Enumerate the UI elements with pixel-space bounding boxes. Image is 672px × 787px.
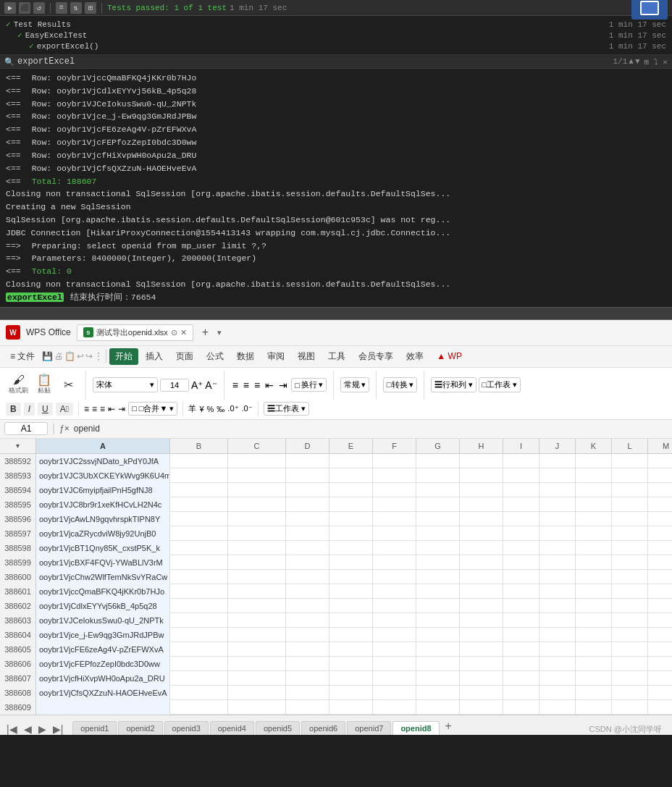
cell-m[interactable] — [648, 454, 672, 468]
cell-l[interactable] — [612, 497, 648, 512]
cell-e[interactable] — [329, 526, 373, 541]
cell-i[interactable] — [503, 700, 539, 715]
cell-e[interactable] — [329, 483, 373, 497]
worksheet-btn[interactable]: □工作表 ▾ — [479, 377, 521, 392]
sheet-nav-last[interactable]: ▶| — [51, 723, 66, 735]
cell-j[interactable] — [539, 657, 576, 671]
sheet-tab-openid2[interactable]: openid2 — [118, 721, 162, 735]
cell-k[interactable] — [576, 628, 612, 642]
table-row[interactable]: 388602ooybr1VjCdlxEYYvj56kB_4p5q28 — [0, 599, 672, 613]
cell-j[interactable] — [539, 483, 576, 497]
table-row[interactable]: 388600ooybr1VjcChw2WlfTemNkSvYRaCw — [0, 570, 672, 584]
cell-i[interactable] — [503, 599, 539, 613]
col-header-a[interactable]: A — [36, 439, 170, 453]
cell-e[interactable] — [329, 555, 373, 570]
cell-d[interactable] — [286, 584, 329, 599]
number-format-dropdown[interactable]: ▾ — [361, 380, 366, 390]
cell-f[interactable] — [373, 642, 416, 657]
tab-member[interactable]: 会员专享 — [353, 348, 399, 365]
cell-l[interactable] — [612, 700, 648, 715]
cell-e[interactable] — [329, 599, 373, 613]
col-header-m[interactable]: M — [648, 439, 672, 453]
cell-f[interactable] — [373, 512, 416, 526]
work-table-btn[interactable]: ☰工作表 ▾ — [264, 402, 309, 416]
indent-left-btn[interactable]: ⇤ — [264, 378, 275, 392]
cell-f[interactable] — [373, 497, 416, 512]
col-header-k[interactable]: K — [576, 439, 612, 453]
more-icon[interactable]: ⋮ — [94, 351, 103, 361]
indent-dec-btn[interactable]: ⇤ — [108, 404, 115, 414]
cell-m[interactable] — [648, 468, 672, 483]
format-brush-btn[interactable]: 🖌 格式刷 — [6, 373, 31, 397]
table-row[interactable]: 388601ooybr1VjccQmaBFKQ4jKKr0b7HJo — [0, 584, 672, 599]
cell-h[interactable] — [460, 700, 503, 715]
cell-d[interactable] — [286, 483, 329, 497]
cell-l[interactable] — [612, 570, 648, 584]
cell-g[interactable] — [416, 497, 460, 512]
percent-btn[interactable]: 羊 — [188, 403, 196, 414]
cell-g[interactable] — [416, 541, 460, 555]
cell-i[interactable] — [503, 671, 539, 686]
cell-c[interactable] — [228, 613, 286, 628]
cell-k[interactable] — [576, 512, 612, 526]
cell-g[interactable] — [416, 599, 460, 613]
table-row[interactable]: 388595ooybr1VJC8br9r1xeKfHCvLH2N4c — [0, 497, 672, 512]
indent-inc-btn[interactable]: ⇥ — [118, 404, 125, 414]
thousand-btn[interactable]: ‰ — [217, 405, 224, 413]
cell-i[interactable] — [503, 483, 539, 497]
cell-l[interactable] — [612, 454, 648, 468]
cell-b[interactable] — [170, 671, 228, 686]
cell-c[interactable] — [228, 700, 286, 715]
italic-btn[interactable]: I — [24, 403, 35, 416]
cell-e[interactable] — [329, 686, 373, 700]
cell-i[interactable] — [503, 541, 539, 555]
cell-l[interactable] — [612, 526, 648, 541]
cell-k[interactable] — [576, 671, 612, 686]
cell-h[interactable] — [460, 454, 503, 468]
cell-e[interactable] — [329, 642, 373, 657]
col-header-b[interactable]: B — [170, 439, 228, 453]
cell-g[interactable] — [416, 671, 460, 686]
cell-i[interactable] — [503, 584, 539, 599]
cell-b[interactable] — [170, 497, 228, 512]
cell-b[interactable] — [170, 686, 228, 700]
currency-btn[interactable]: ¥ — [199, 405, 203, 413]
cell-e[interactable] — [329, 671, 373, 686]
cell-c[interactable] — [228, 541, 286, 555]
font-size-input[interactable]: 14 — [160, 379, 189, 392]
cell-h[interactable] — [460, 613, 503, 628]
cell-k[interactable] — [576, 657, 612, 671]
sheet-tab-openid8[interactable]: openid8 — [392, 721, 439, 735]
redo-icon[interactable]: ↪ — [85, 351, 93, 361]
cell-l[interactable] — [612, 671, 648, 686]
cell-a[interactable]: ooybr1VJC2ssvjNDato_kPdY0JfA — [36, 454, 170, 468]
sheet-tab-openid4[interactable]: openid4 — [210, 721, 254, 735]
transform-btn[interactable]: □转换 ▾ — [383, 377, 417, 392]
new-tab-button[interactable]: + — [199, 326, 211, 339]
menu-hamburger[interactable]: ≡ 文件 — [4, 348, 41, 365]
cell-l[interactable] — [612, 512, 648, 526]
cell-j[interactable] — [539, 628, 576, 642]
cell-a[interactable]: ooybr1VjcBXF4FQVj-YWaBLlV3rM — [36, 555, 170, 570]
cell-f[interactable] — [373, 570, 416, 584]
cell-j[interactable] — [539, 671, 576, 686]
cell-m[interactable] — [648, 671, 672, 686]
expand-icon[interactable]: ⊞ — [85, 2, 96, 14]
cell-c[interactable] — [228, 497, 286, 512]
font-size-decrease-btn[interactable]: A⁻ — [205, 379, 217, 391]
add-sheet-btn[interactable]: + — [441, 717, 456, 735]
cell-a[interactable] — [36, 700, 170, 715]
cell-j[interactable] — [539, 512, 576, 526]
test-child2-item[interactable]: ✓ exportExcel() 1 min 17 sec — [6, 41, 666, 51]
cell-a[interactable]: ooybr1VJC6myipfjailPnH5gfNJ8 — [36, 483, 170, 497]
cell-j[interactable] — [539, 686, 576, 700]
table-row[interactable]: 388608ooybr1VjCfsQXZzuN-HAOEHveEvA — [0, 686, 672, 700]
cell-g[interactable] — [416, 570, 460, 584]
cell-e[interactable] — [329, 497, 373, 512]
align-center-btn[interactable]: ≡ — [242, 378, 251, 392]
table-row[interactable]: 388597ooybr1VjcaZRycdviW8jy92UnjB0 — [0, 526, 672, 541]
test-child1-item[interactable]: ✓ EasyExcelTest 1 min 17 sec — [6, 30, 666, 41]
cell-d[interactable] — [286, 599, 329, 613]
cell-i[interactable] — [503, 526, 539, 541]
cell-k[interactable] — [576, 700, 612, 715]
